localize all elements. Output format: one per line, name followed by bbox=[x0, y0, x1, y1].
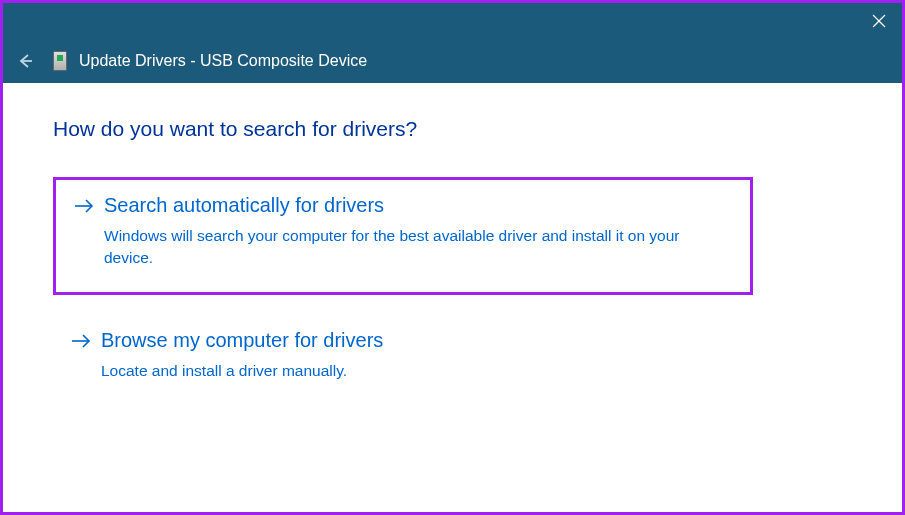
option-browse-computer[interactable]: Browse my computer for drivers Locate an… bbox=[53, 315, 753, 406]
header-bar: Update Drivers - USB Composite Device bbox=[3, 39, 902, 83]
back-arrow-icon bbox=[16, 52, 34, 70]
close-button[interactable] bbox=[856, 3, 902, 39]
option-header: Search automatically for drivers bbox=[74, 194, 732, 217]
arrow-right-icon bbox=[71, 333, 91, 349]
option-description: Windows will search your computer for th… bbox=[104, 225, 704, 268]
option-header: Browse my computer for drivers bbox=[71, 329, 735, 352]
option-title: Search automatically for drivers bbox=[104, 194, 384, 217]
device-icon bbox=[53, 51, 67, 71]
option-title: Browse my computer for drivers bbox=[101, 329, 383, 352]
option-search-automatically[interactable]: Search automatically for drivers Windows… bbox=[53, 177, 753, 295]
arrow-right-icon bbox=[74, 198, 94, 214]
option-description: Locate and install a driver manually. bbox=[101, 360, 701, 382]
back-button[interactable] bbox=[11, 47, 39, 75]
close-icon bbox=[872, 14, 886, 28]
question-heading: How do you want to search for drivers? bbox=[53, 117, 852, 141]
content-area: How do you want to search for drivers? S… bbox=[3, 83, 902, 446]
titlebar bbox=[3, 3, 902, 39]
header-title: Update Drivers - USB Composite Device bbox=[79, 52, 367, 70]
